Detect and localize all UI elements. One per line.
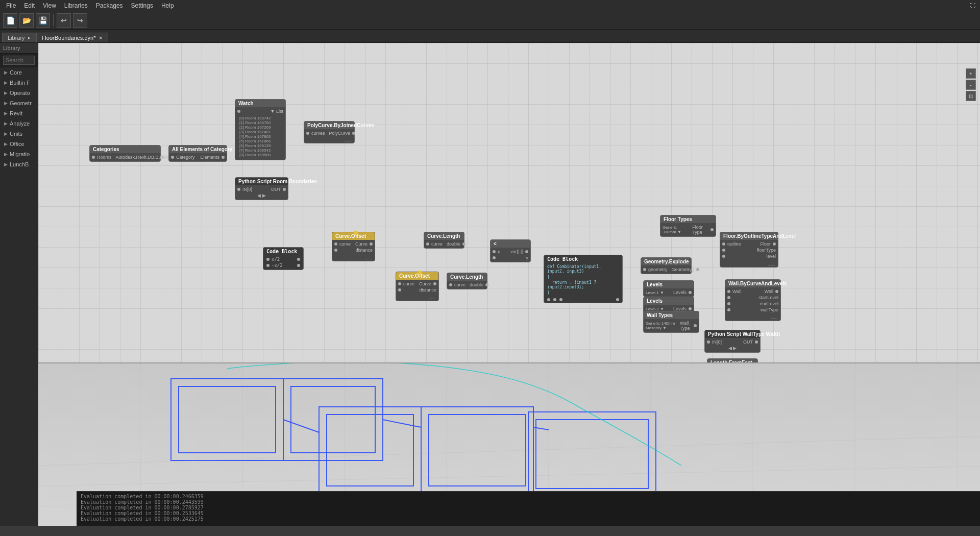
- save-button[interactable]: 💾: [36, 13, 50, 28]
- sidebar-item-office[interactable]: ▶ Office: [0, 139, 38, 149]
- tabbar: Library ▸ FloorBoundaries.dyn* ✕: [0, 30, 980, 43]
- port-levels1-out: [689, 291, 692, 294]
- node-geometry-explode[interactable]: Geometry.Explode geometry Geometry[]: [641, 257, 692, 274]
- port-polycurve-out: [352, 132, 355, 135]
- node-all-elements[interactable]: All Elements of Category Category Elemen…: [168, 145, 227, 162]
- sidebar-item-lunchbox[interactable]: ▶ LunchB: [0, 159, 38, 169]
- node-floor-types[interactable]: Floor Types Generic 330mm ▼ Floor Type: [660, 215, 716, 237]
- port-flooroutline-out: [773, 242, 776, 246]
- node-less-than[interactable]: < x var[].[] y: [490, 239, 531, 262]
- node-codeblock-simple[interactable]: Code Block x/2 -x/2: [263, 247, 304, 270]
- svg-line-15: [38, 466, 980, 486]
- python-wt-controls[interactable]: ◀ ▶: [728, 346, 737, 351]
- sidebar-item-units[interactable]: ▶ Units: [0, 129, 38, 139]
- node-curve-length1[interactable]: Curve.Length curve double: [424, 232, 464, 249]
- port-comb-in2: [553, 298, 556, 301]
- port-allelements-out: [222, 156, 225, 159]
- port-wallcurve-in3: [727, 302, 730, 305]
- sidebar-item-geometry-label: Geometr: [10, 100, 32, 106]
- menu-libraries[interactable]: Libraries: [60, 1, 92, 10]
- node-less-than-header: <: [491, 240, 530, 248]
- port-curveoffset2-dist-in: [398, 288, 401, 291]
- sidebar-item-migration[interactable]: ▶ Migratio: [0, 149, 38, 159]
- warning-dot-2: [418, 271, 422, 275]
- menu-view[interactable]: View: [39, 1, 60, 10]
- tab-library-label: Library: [8, 35, 25, 41]
- menu-help[interactable]: Help: [157, 1, 178, 10]
- console-line-2: Evaluation completed in 00:00:00.2785927: [81, 505, 976, 510]
- port-codeblock-x-out: [297, 258, 300, 261]
- arrow-icon-office: ▶: [4, 141, 8, 147]
- tab-library-arrow: ▸: [28, 35, 31, 40]
- node-floor-by-outline[interactable]: Floor.ByOutlineTypeAndLevel outline Floo…: [720, 232, 778, 267]
- tab-floorboundaries[interactable]: FloorBoundaries.dyn* ✕: [36, 33, 109, 42]
- node-floor-by-outline-body: outline Floor floorType level ___: [720, 240, 778, 267]
- zoom-in-button[interactable]: +: [966, 68, 976, 79]
- sidebar-item-geometry[interactable]: ▶ Geometr: [0, 98, 38, 108]
- svg-rect-2: [283, 379, 383, 460]
- node-levels1[interactable]: Levels Level 1 ▼ Levels: [643, 280, 694, 297]
- redo-button[interactable]: ↪: [73, 13, 87, 28]
- arrow-icon-operators: ▶: [4, 90, 8, 95]
- node-curve-offset1[interactable]: Curve.Offset curve Curve distance ___: [332, 232, 375, 261]
- main-area: Library ▶ Core ▶ Builtin F ▶ Operato ▶ G…: [0, 43, 980, 526]
- menubar: File Edit View Libraries Packages Settin…: [0, 0, 980, 11]
- node-curve-length1-header: Curve.Length: [424, 232, 464, 240]
- fullscreen-button[interactable]: ⛶: [968, 1, 978, 11]
- node-polycurve[interactable]: PolyCurve.ByJoinedCurves curves PolyCurv…: [304, 121, 355, 143]
- menu-edit[interactable]: Edit: [20, 1, 39, 10]
- sidebar-item-core[interactable]: ▶ Core: [0, 67, 38, 78]
- node-python-room[interactable]: Python Script Room Boundaries IN[0] OUT …: [235, 177, 288, 200]
- port-geoexplode-out: [696, 268, 699, 271]
- node-python-walltype-header: Python Script WallType Width: [705, 330, 760, 338]
- menu-settings[interactable]: Settings: [127, 1, 157, 10]
- node-categories[interactable]: Categories Rooms Autodesk.Revit.DB.Built…: [89, 145, 161, 162]
- port-lt-y: [493, 256, 496, 259]
- port-curveoffset1-curve-in: [334, 242, 337, 246]
- menu-file[interactable]: File: [2, 1, 20, 10]
- port-allelements-in: [171, 156, 174, 159]
- svg-rect-9: [536, 420, 648, 489]
- port-curvelength2-in: [449, 283, 452, 286]
- port-floortypes-out: [710, 228, 714, 231]
- port-polycurve-in: [306, 132, 309, 135]
- warning-dot: [354, 231, 358, 235]
- new-button[interactable]: 📄: [3, 13, 17, 28]
- tab-close-icon[interactable]: ✕: [99, 35, 103, 41]
- sidebar-item-analyze[interactable]: ▶ Analyze: [0, 118, 38, 129]
- node-watch[interactable]: Watch ▼ List [0] Room 163742 [1] Room 16…: [235, 99, 286, 160]
- watch-row-0: [0] Room 163742: [239, 116, 281, 120]
- node-curve-offset2[interactable]: Curve.Offset curve Curve distance ___: [396, 272, 439, 301]
- port-geoexplode-in: [643, 268, 646, 271]
- port-flooroutline-in1: [722, 242, 725, 246]
- canvas-area[interactable]: Categories Rooms Autodesk.Revit.DB.Built…: [38, 43, 980, 526]
- zoom-out-button[interactable]: -: [966, 80, 976, 90]
- node-floor-types-body: Generic 330mm ▼ Floor Type: [660, 223, 716, 236]
- view-controls: + - ⊡: [966, 68, 976, 101]
- node-wall-types[interactable]: Wall Types Generic-140mm Masonry ▼ Wall …: [643, 311, 699, 333]
- watch-row-2: [2] Room 167269: [239, 125, 281, 130]
- tab-library[interactable]: Library ▸: [2, 33, 36, 42]
- sidebar-item-units-label: Units: [10, 131, 22, 137]
- python-room-controls[interactable]: ◀ ▶: [257, 193, 266, 198]
- search-input[interactable]: [3, 56, 35, 65]
- port-pythonwt-in: [707, 340, 710, 344]
- undo-button[interactable]: ↩: [57, 13, 71, 28]
- port-curveoffset2-out: [433, 282, 436, 285]
- open-button[interactable]: 📂: [19, 13, 34, 28]
- menu-packages[interactable]: Packages: [92, 1, 127, 10]
- node-wall-by-curve-body: Wall Wall startLevel endLevel wallType: [725, 287, 780, 321]
- node-wall-by-curve[interactable]: Wall.ByCurveAndLevels Wall Wall startLev…: [725, 279, 781, 321]
- node-curve-length2[interactable]: Curve.Length curve double: [447, 273, 487, 289]
- node-codeblock-combinator[interactable]: Code Block def Combinator(input1, input2…: [544, 255, 623, 303]
- sidebar-item-revit[interactable]: ▶ Revit: [0, 108, 38, 118]
- sidebar-item-operators[interactable]: ▶ Operato: [0, 88, 38, 98]
- fit-button[interactable]: ⊡: [966, 91, 976, 101]
- flooroutline-bottom: ___: [722, 260, 776, 265]
- sidebar-item-builtin[interactable]: ▶ Builtin F: [0, 78, 38, 88]
- port-codeblock-nx-out: [297, 264, 300, 267]
- node-python-walltype[interactable]: Python Script WallType Width IN[0] OUT ◀…: [704, 330, 761, 353]
- console-output: Evaluation completed in 00:00:00.2466359…: [77, 491, 980, 526]
- node-python-room-header: Python Script Room Boundaries: [235, 178, 288, 185]
- port-watch-in: [237, 110, 240, 113]
